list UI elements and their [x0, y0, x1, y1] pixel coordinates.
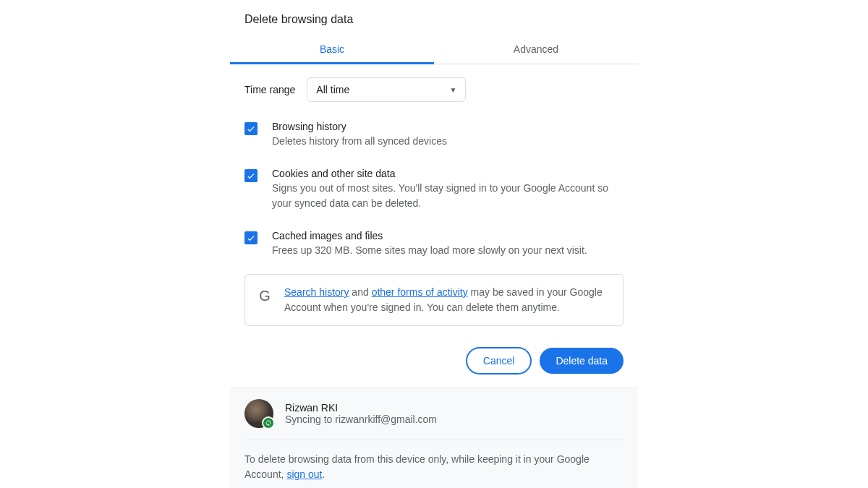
option-desc: Frees up 320 MB. Some sites may load mor… — [272, 243, 624, 258]
check-icon — [246, 124, 256, 134]
chevron-down-icon: ▼ — [449, 86, 456, 94]
dialog-title: Delete browsing data — [230, 10, 638, 36]
option-browsing-history: Browsing history Deletes history from al… — [244, 121, 624, 149]
option-cookies: Cookies and other site data Signs you ou… — [244, 168, 624, 211]
time-range-row: Time range All time ▼ — [244, 77, 624, 102]
option-title: Cached images and files — [272, 230, 624, 241]
check-icon — [246, 233, 256, 243]
avatar-wrap — [244, 399, 273, 428]
option-title: Cookies and other site data — [272, 168, 624, 179]
sync-badge-icon — [262, 416, 275, 429]
option-cache: Cached images and files Frees up 320 MB.… — [244, 230, 624, 258]
delete-browsing-data-dialog: Delete browsing data Basic Advanced Time… — [230, 10, 638, 488]
option-title: Browsing history — [272, 121, 624, 132]
footer-note: To delete browsing data from this device… — [230, 440, 638, 488]
time-range-label: Time range — [244, 84, 295, 95]
checkbox-cookies[interactable] — [244, 169, 258, 182]
checkbox-cache[interactable] — [244, 231, 258, 244]
dialog-footer: Rizwan RKI Syncing to rizwanrkiff@gmail.… — [230, 387, 638, 488]
google-icon: G — [257, 288, 273, 304]
profile-sync-status: Syncing to rizwanrkiff@gmail.com — [285, 414, 624, 425]
cancel-button[interactable]: Cancel — [467, 348, 532, 374]
dialog-actions: Cancel Delete data — [230, 332, 638, 387]
delete-data-button[interactable]: Delete data — [540, 348, 624, 374]
google-account-info-box: G Search history and other forms of acti… — [244, 274, 624, 326]
profile-text: Rizwan RKI Syncing to rizwanrkiff@gmail.… — [285, 402, 624, 425]
info-text: Search history and other forms of activi… — [284, 285, 611, 315]
tab-basic[interactable]: Basic — [230, 36, 434, 64]
option-desc: Deletes history from all synced devices — [272, 134, 624, 149]
sync-icon — [265, 419, 272, 427]
dialog-body: Time range All time ▼ Browsing history D… — [230, 64, 638, 332]
option-text: Browsing history Deletes history from al… — [272, 121, 624, 149]
option-text: Cached images and files Frees up 320 MB.… — [272, 230, 624, 258]
tabs: Basic Advanced — [230, 36, 638, 64]
checkbox-browsing-history[interactable] — [244, 122, 258, 135]
check-icon — [246, 171, 256, 181]
option-desc: Signs you out of most sites. You'll stay… — [272, 181, 624, 211]
profile-name: Rizwan RKI — [285, 402, 624, 414]
tab-advanced[interactable]: Advanced — [434, 36, 638, 64]
profile-row: Rizwan RKI Syncing to rizwanrkiff@gmail.… — [230, 388, 638, 440]
sign-out-link[interactable]: sign out — [286, 468, 322, 480]
time-range-value: All time — [316, 84, 349, 95]
time-range-select[interactable]: All time ▼ — [307, 77, 466, 102]
option-text: Cookies and other site data Signs you ou… — [272, 168, 624, 211]
other-activity-link[interactable]: other forms of activity — [372, 286, 468, 298]
search-history-link[interactable]: Search history — [284, 286, 349, 298]
